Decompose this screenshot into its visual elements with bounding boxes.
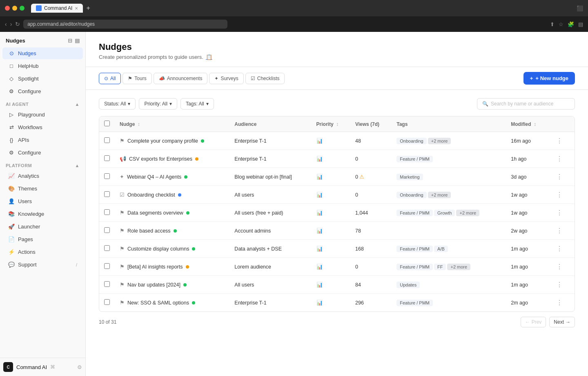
tab-all[interactable]: ⊙ All <box>99 73 121 84</box>
priority-chart-icon: 📊 <box>316 228 323 234</box>
sidebar-item-helphub[interactable]: □ HelpHub <box>2 60 83 72</box>
sidebar-title: Nudges <box>6 38 25 44</box>
row-actions-cell: ⋮ <box>549 168 575 186</box>
ai-agent-collapse-icon[interactable]: ▲ <box>75 102 80 107</box>
table-row: ⚑ [Beta] AI insights reports Lorem audie… <box>99 258 575 276</box>
nudge-name-cell: ⚑ Role based access <box>115 222 229 240</box>
select-all-checkbox[interactable] <box>104 121 110 126</box>
sidebar-item-support[interactable]: 💬 Support / <box>2 259 83 271</box>
row-checkbox[interactable] <box>104 299 110 305</box>
refresh-btn[interactable]: ↻ <box>15 21 20 27</box>
layout-icon[interactable]: ▤ <box>75 38 80 44</box>
sidebar-item-launcher[interactable]: 🚀 Launcher <box>2 221 83 233</box>
platform-collapse-icon[interactable]: ▲ <box>75 163 80 168</box>
row-more-btn[interactable]: ⋮ <box>554 172 565 181</box>
prev-btn[interactable]: ← Prev <box>521 317 546 327</box>
pages-icon: 📄 <box>8 236 15 242</box>
tags-cell: Feature / PMMGrowth+2 more <box>392 204 506 222</box>
sidebar-toggle-icon[interactable]: ▤ <box>578 21 583 27</box>
row-checkbox[interactable] <box>104 281 110 287</box>
row-more-btn[interactable]: ⋮ <box>554 262 565 271</box>
new-nudge-label: + New nudge <box>535 75 568 81</box>
launcher-icon: 🚀 <box>8 224 15 230</box>
maximize-window-btn[interactable] <box>20 6 24 11</box>
sidebar-item-apis[interactable]: {} APIs <box>2 134 83 146</box>
row-more-btn[interactable]: ⋮ <box>554 136 565 145</box>
row-checkbox[interactable] <box>104 263 110 269</box>
minimize-window-btn[interactable] <box>12 6 17 11</box>
sidebar-item-knowledge[interactable]: 📚 Knowledge <box>2 208 83 220</box>
priority-filter[interactable]: Priority: All ▾ <box>139 98 177 110</box>
row-checkbox[interactable] <box>104 245 110 251</box>
row-checkbox-cell <box>99 258 115 276</box>
row-more-btn[interactable]: ⋮ <box>554 280 565 289</box>
row-checkbox[interactable] <box>104 227 110 233</box>
sidebar-item-analytics[interactable]: 📈 Analytics <box>2 170 83 182</box>
row-more-btn[interactable]: ⋮ <box>554 244 565 253</box>
row-checkbox[interactable] <box>104 155 110 161</box>
search-box[interactable]: 🔍 Search by name or audience <box>477 98 575 110</box>
row-more-btn[interactable]: ⋮ <box>554 154 565 163</box>
sidebar-item-nudges[interactable]: ⊙ Nudges <box>2 47 83 59</box>
sidebar-item-actions[interactable]: ⚡ Actions <box>2 246 83 258</box>
tag: FF <box>434 264 446 270</box>
tab-surveys[interactable]: ✦ Surveys <box>209 73 243 84</box>
url-input[interactable] <box>23 20 227 29</box>
row-checkbox[interactable] <box>104 173 110 179</box>
tab-announcements[interactable]: 📣 Announcements <box>154 73 208 84</box>
sidebar-item-configure-agent[interactable]: ⚙ Configure <box>2 147 83 159</box>
sidebar-item-playground[interactable]: ▷ Playground <box>2 109 83 121</box>
nudge-col-header[interactable]: Nudge ↕ <box>115 116 229 132</box>
new-tab-btn[interactable]: + <box>86 4 90 12</box>
status-dot <box>192 301 195 304</box>
tab-close-btn[interactable]: ✕ <box>75 6 78 11</box>
row-checkbox[interactable] <box>104 209 110 215</box>
tab-tours[interactable]: ⚑ Tours <box>122 73 151 84</box>
sidebar-item-workflows[interactable]: ⇄ Workflows <box>2 121 83 133</box>
nudge-sort-icon: ↕ <box>138 121 140 127</box>
doc-link[interactable]: 📋 <box>206 54 212 60</box>
row-more-btn[interactable]: ⋮ <box>554 298 565 307</box>
tags-filter[interactable]: Tags: All ▾ <box>180 98 214 110</box>
platform-section-label: Platform ▲ <box>0 159 85 170</box>
bookmark-icon[interactable]: ☆ <box>559 21 564 27</box>
sidebar-item-themes[interactable]: 🎨 Themes <box>2 183 83 195</box>
nudge-name-cell: ⚑ [Beta] AI insights reports <box>115 258 229 276</box>
extensions-icon[interactable]: ⬛ <box>577 5 583 11</box>
priority-chart-icon: 📊 <box>316 246 323 252</box>
brand-area[interactable]: C Command AI ⌘ <box>3 362 55 372</box>
analytics-icon: 📈 <box>8 173 15 179</box>
sidebar-item-actions-label: Actions <box>18 249 36 255</box>
themes-icon: 🎨 <box>8 186 15 192</box>
row-more-btn[interactable]: ⋮ <box>554 190 565 199</box>
sidebar-header: Nudges ⊟ ▤ <box>0 32 85 47</box>
row-checkbox-cell <box>99 276 115 294</box>
nudge-title: Complete your company profile <box>127 138 198 144</box>
configure-icon: ⚙ <box>8 88 15 94</box>
row-checkbox[interactable] <box>104 137 110 143</box>
forward-btn[interactable]: › <box>10 21 12 27</box>
tags-cell: Onboarding+2 more <box>392 186 506 204</box>
table-row: ☑ Onboarding checklist All users 📊 0 Onb… <box>99 186 575 204</box>
share-icon[interactable]: ⬆ <box>550 21 555 27</box>
sidebar-item-spotlight[interactable]: ◇ Spotlight <box>2 73 83 85</box>
active-tab[interactable]: Command AI ✕ <box>31 4 83 13</box>
audience-cell: Enterprise T-1 <box>229 150 311 168</box>
settings-btn[interactable]: ⚙ <box>77 364 82 370</box>
back-btn[interactable]: ‹ <box>5 21 7 27</box>
new-nudge-btn[interactable]: + + New nudge <box>523 72 575 85</box>
sidebar-item-configure[interactable]: ⚙ Configure <box>2 85 83 97</box>
modified-col-header[interactable]: Modified ↕ <box>506 116 548 132</box>
row-more-btn[interactable]: ⋮ <box>554 226 565 235</box>
collapse-sidebar-icon[interactable]: ⊟ <box>68 38 72 44</box>
row-more-btn[interactable]: ⋮ <box>554 208 565 217</box>
row-checkbox[interactable] <box>104 191 110 197</box>
status-filter[interactable]: Status: All ▾ <box>99 98 136 110</box>
priority-col-header[interactable]: Priority ↕ <box>312 116 350 132</box>
close-window-btn[interactable] <box>5 6 10 11</box>
extensions-icon[interactable]: 🧩 <box>568 21 574 27</box>
next-btn[interactable]: Next → <box>549 317 575 327</box>
sidebar-item-users[interactable]: 👤 Users <box>2 195 83 207</box>
sidebar-item-pages[interactable]: 📄 Pages <box>2 233 83 245</box>
tab-checklists[interactable]: ☑ Checklists <box>245 73 285 84</box>
